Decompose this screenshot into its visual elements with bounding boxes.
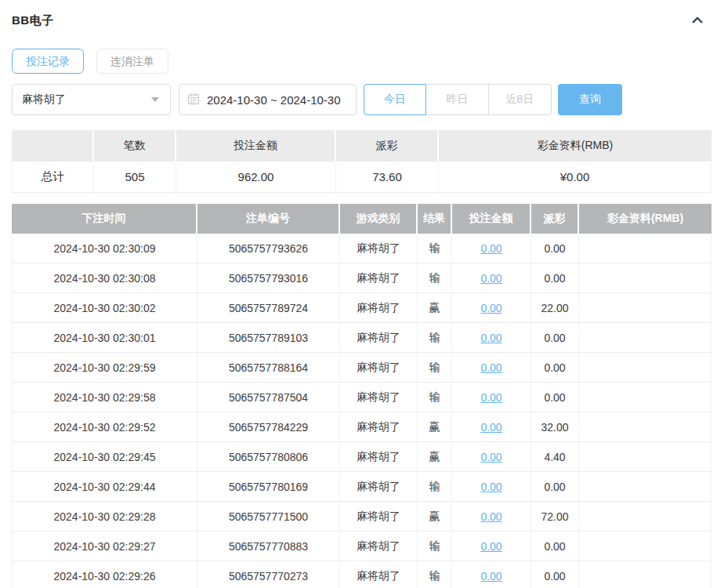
summary-table: 笔数 投注金额 派彩 彩金资料(RMB) 总计 505 962.00 73.60… — [12, 130, 712, 193]
cell-result: 输 — [418, 234, 452, 263]
records-header-game-type: 游戏类别 — [340, 204, 418, 234]
cell-game-type: 麻将胡了 — [340, 353, 418, 383]
cell-bonus — [579, 412, 712, 442]
bet-amount-link[interactable]: 0.00 — [480, 302, 502, 314]
cell-bet-amount: 0.00 — [452, 472, 531, 502]
summary-total-row: 总计 505 962.00 73.60 ¥0.00 — [12, 162, 712, 193]
cell-payout: 0.00 — [531, 383, 579, 412]
cell-bonus — [579, 234, 712, 263]
quick-range-today-button[interactable]: 今日 — [364, 84, 426, 115]
cell-game-type: 麻将胡了 — [340, 532, 418, 561]
cell-result: 赢 — [418, 412, 452, 442]
records-table: 下注时间 注单编号 游戏类别 结果 投注金额 派彩 彩金资料(RMB) 2024… — [12, 204, 712, 588]
page-title: BB电子 — [12, 13, 54, 28]
cell-order-number: 5065757770883 — [197, 532, 340, 561]
date-range-picker[interactable]: 2024-10-30 ~ 2024-10-30 — [179, 84, 357, 115]
record-type-tabs: 投注记录 连消注单 — [12, 49, 712, 74]
cell-order-number: 5065757784229 — [197, 412, 340, 442]
bet-amount-link[interactable]: 0.00 — [480, 272, 502, 285]
cell-bonus — [579, 442, 712, 472]
bet-amount-link[interactable]: 0.00 — [480, 391, 502, 404]
cell-bonus — [579, 561, 712, 588]
cell-bet-time: 2024-10-30 02:29:26 — [12, 561, 197, 588]
cell-bet-amount: 0.00 — [452, 412, 531, 442]
table-row: 2024-10-30 02:30:02 5065757789724 麻将胡了 赢… — [12, 293, 712, 323]
cell-bet-time: 2024-10-30 02:29:52 — [12, 412, 197, 442]
records-header-row: 下注时间 注单编号 游戏类别 结果 投注金额 派彩 彩金资料(RMB) — [12, 204, 712, 234]
cell-bonus — [579, 532, 712, 561]
cell-bet-amount: 0.00 — [452, 561, 531, 588]
bet-amount-link[interactable]: 0.00 — [480, 510, 502, 523]
cell-game-type: 麻将胡了 — [340, 412, 418, 442]
records-header-payout: 派彩 — [531, 204, 579, 234]
cell-game-type: 麻将胡了 — [340, 502, 418, 532]
table-row: 2024-10-30 02:29:26 5065757770273 麻将胡了 输… — [12, 561, 712, 588]
records-header-bonus: 彩金资料(RMB) — [579, 204, 712, 234]
table-row: 2024-10-30 02:29:45 5065757780806 麻将胡了 赢… — [12, 442, 712, 472]
records-header-result: 结果 — [418, 204, 452, 234]
cell-payout: 4.40 — [531, 442, 579, 472]
cell-payout: 0.00 — [531, 561, 579, 588]
table-row: 2024-10-30 02:29:59 5065757788164 麻将胡了 输… — [12, 353, 712, 383]
summary-header-count: 笔数 — [94, 130, 176, 162]
bet-amount-link[interactable]: 0.00 — [480, 332, 502, 344]
records-body: 2024-10-30 02:30:09 5065757793626 麻将胡了 输… — [12, 234, 712, 588]
calendar-icon — [187, 93, 200, 107]
cell-bet-time: 2024-10-30 02:30:01 — [12, 323, 197, 353]
bet-amount-link[interactable]: 0.00 — [480, 481, 502, 493]
cell-payout: 0.00 — [531, 234, 579, 263]
cell-order-number: 5065757780169 — [197, 472, 340, 502]
cell-bet-time: 2024-10-30 02:29:28 — [12, 502, 197, 532]
bet-amount-link[interactable]: 0.00 — [480, 242, 502, 255]
cell-bet-amount: 0.00 — [452, 293, 531, 323]
cell-payout: 0.00 — [531, 323, 579, 353]
cell-bet-time: 2024-10-30 02:30:02 — [12, 293, 197, 323]
cell-order-number: 5065757780806 — [197, 442, 340, 472]
bet-amount-link[interactable]: 0.00 — [480, 540, 502, 553]
cell-game-type: 麻将胡了 — [340, 472, 418, 502]
cell-bet-time: 2024-10-30 02:29:59 — [12, 353, 197, 383]
summary-total-bonus: ¥0.00 — [439, 162, 712, 193]
records-header-bet-amount: 投注金额 — [452, 204, 531, 234]
summary-header-row: 笔数 投注金额 派彩 彩金资料(RMB) — [12, 130, 712, 162]
cell-bonus — [579, 472, 712, 502]
cell-bet-amount: 0.00 — [452, 353, 531, 383]
cell-result: 输 — [418, 353, 452, 383]
tab-bet-records[interactable]: 投注记录 — [12, 49, 84, 74]
chevron-up-icon — [690, 19, 705, 31]
bet-amount-link[interactable]: 0.00 — [480, 570, 502, 583]
bet-amount-link[interactable]: 0.00 — [480, 361, 502, 374]
quick-range-yesterday-button[interactable]: 昨日 — [426, 84, 489, 115]
panel-header: BB电子 — [12, 11, 712, 30]
cell-bet-amount: 0.00 — [452, 532, 531, 561]
bet-amount-link[interactable]: 0.00 — [480, 451, 502, 463]
cell-result: 输 — [418, 383, 452, 412]
quick-range-last8days-button[interactable]: 近8日 — [489, 84, 552, 115]
summary-total-count: 505 — [94, 162, 176, 193]
cell-payout: 0.00 — [531, 472, 579, 502]
table-row: 2024-10-30 02:30:01 5065757789103 麻将胡了 输… — [12, 323, 712, 353]
cell-result: 输 — [418, 532, 452, 561]
quick-range-group: 今日 昨日 近8日 — [364, 84, 552, 115]
cell-game-type: 麻将胡了 — [340, 263, 418, 293]
cell-order-number: 5065757789724 — [197, 293, 340, 323]
cell-bet-time: 2024-10-30 02:29:58 — [12, 383, 197, 412]
cell-order-number: 5065757770273 — [197, 561, 340, 588]
game-select[interactable]: 麻将胡了 — [12, 84, 171, 115]
bet-amount-link[interactable]: 0.00 — [480, 421, 502, 434]
betting-records-panel: BB电子 投注记录 连消注单 麻将胡了 — [0, 0, 717, 588]
cell-bet-amount: 0.00 — [452, 263, 531, 293]
summary-total-label: 总计 — [12, 162, 94, 193]
date-range-value: 2024-10-30 ~ 2024-10-30 — [207, 93, 341, 107]
table-row: 2024-10-30 02:29:44 5065757780169 麻将胡了 输… — [12, 472, 712, 502]
cell-bet-amount: 0.00 — [452, 383, 531, 412]
cell-order-number: 5065757793016 — [197, 263, 340, 293]
tab-cancelled-orders[interactable]: 连消注单 — [96, 49, 168, 74]
cell-payout: 0.00 — [531, 532, 579, 561]
table-row: 2024-10-30 02:30:08 5065757793016 麻将胡了 输… — [12, 263, 712, 293]
records-header-bet-time: 下注时间 — [12, 204, 197, 234]
cell-bet-amount: 0.00 — [452, 502, 531, 532]
collapse-panel-button[interactable] — [688, 11, 707, 30]
cell-bonus — [579, 293, 712, 323]
query-button[interactable]: 查询 — [558, 84, 622, 115]
